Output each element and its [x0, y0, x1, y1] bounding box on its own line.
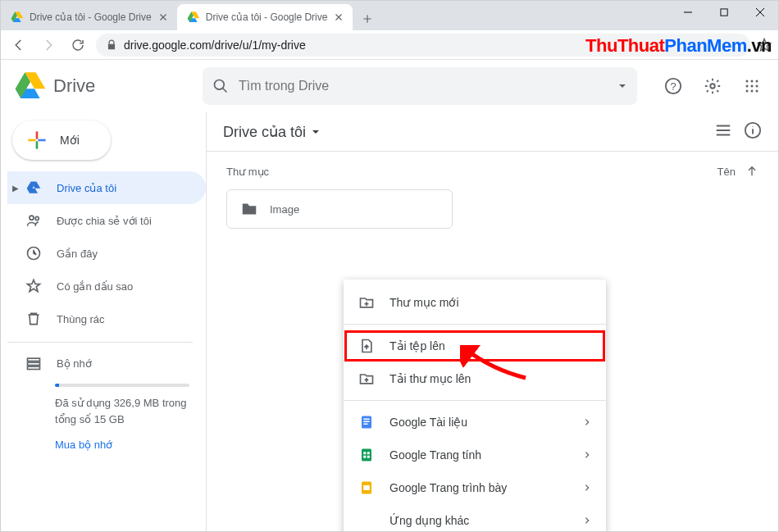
svg-rect-17	[28, 358, 40, 361]
help-button[interactable]: ?	[657, 70, 690, 102]
section-label-row: Thư mục Tên	[207, 152, 778, 183]
svg-point-11	[746, 90, 749, 93]
menu-item-slides[interactable]: Google Trang trình bày	[344, 471, 606, 504]
file-upload-icon	[358, 338, 375, 354]
chevron-right-icon	[583, 451, 591, 459]
menu-label: Google Trang trình bày	[390, 481, 507, 494]
search-input[interactable]	[239, 79, 608, 93]
svg-rect-25	[362, 449, 371, 462]
maximize-button[interactable]	[706, 1, 742, 24]
storage-bar	[55, 384, 189, 387]
svg-rect-0	[720, 8, 727, 15]
svg-point-12	[751, 90, 754, 93]
search-box[interactable]	[203, 67, 637, 105]
settings-button[interactable]	[696, 70, 729, 102]
back-button[interactable]	[7, 34, 30, 57]
window-close-button[interactable]	[742, 1, 778, 24]
my-drive-icon	[25, 180, 42, 196]
reload-button[interactable]	[66, 34, 89, 57]
sidebar-item-my-drive[interactable]: ▶ Drive của tôi	[7, 171, 206, 204]
help-icon: ?	[664, 77, 682, 95]
menu-item-more[interactable]: Ứng dụng khác	[344, 504, 606, 532]
sidebar-item-storage[interactable]: Bộ nhớ	[7, 349, 206, 377]
sheets-icon	[359, 448, 374, 462]
chevron-right-icon	[583, 418, 591, 426]
list-view-icon	[714, 121, 732, 139]
svg-point-5	[746, 80, 749, 83]
minimize-button[interactable]	[670, 1, 706, 24]
folder-card[interactable]: Image	[226, 189, 453, 229]
sidebar-label: Gần đây	[57, 248, 98, 260]
menu-label: Google Trang tính	[390, 448, 481, 462]
folder-name: Image	[270, 203, 299, 216]
menu-label: Tải thư mục lên	[390, 372, 471, 385]
details-button[interactable]	[744, 121, 762, 143]
chevron-down-icon	[311, 127, 321, 137]
trash-icon	[25, 311, 42, 327]
drive-favicon-icon	[11, 11, 24, 24]
svg-point-7	[756, 80, 758, 83]
plus-multicolor-icon	[24, 127, 50, 153]
menu-item-upload-file[interactable]: Tải tệp lên	[344, 330, 606, 362]
svg-point-14	[30, 216, 34, 220]
sort-label[interactable]: Tên	[718, 166, 736, 178]
chevron-right-icon	[583, 516, 591, 525]
menu-separator	[344, 400, 606, 401]
plus-icon	[362, 13, 373, 25]
browser-tab-0[interactable]: Drive của tôi - Google Drive	[1, 4, 177, 30]
list-view-button[interactable]	[714, 121, 732, 143]
browser-tab-1[interactable]: Drive của tôi - Google Drive	[177, 4, 353, 30]
arrow-up-icon[interactable]	[745, 165, 758, 178]
tab-title: Drive của tôi - Google Drive	[30, 11, 152, 23]
drive-logo[interactable]: Drive	[14, 70, 203, 102]
folder-plus-icon	[358, 294, 375, 311]
menu-item-sheets[interactable]: Google Trang tính	[344, 439, 606, 471]
svg-point-10	[756, 85, 758, 88]
context-menu: Thư mục mới Tải tệp lên Tải thư mục lên …	[344, 280, 606, 532]
sidebar-label: Được chia sẻ với tôi	[57, 215, 152, 227]
menu-item-new-folder[interactable]: Thư mục mới	[344, 286, 606, 319]
sidebar-item-recent[interactable]: Gần đây	[7, 237, 206, 270]
svg-rect-19	[28, 366, 40, 369]
apps-button[interactable]	[736, 70, 768, 102]
breadcrumb[interactable]: Drive của tôi	[223, 123, 321, 141]
starred-icon	[25, 278, 42, 294]
menu-label: Tải tệp lên	[390, 339, 445, 352]
sidebar-label: Drive của tôi	[57, 182, 116, 194]
menu-label: Ứng dụng khác	[390, 514, 469, 527]
svg-rect-29	[367, 456, 370, 458]
new-button-label: Mới	[60, 134, 80, 147]
menu-label: Thư mục mới	[390, 296, 459, 309]
menu-item-docs[interactable]: Google Tài liệu	[344, 406, 606, 439]
svg-rect-31	[363, 485, 370, 490]
forward-button[interactable]	[37, 34, 60, 57]
close-icon[interactable]	[157, 11, 169, 23]
close-icon[interactable]	[333, 11, 344, 23]
storage-icon	[25, 355, 42, 371]
svg-point-9	[751, 85, 754, 88]
svg-rect-26	[363, 452, 366, 454]
browser-titlebar: Drive của tôi - Google Drive Drive của t…	[1, 1, 778, 30]
search-icon	[212, 78, 229, 94]
shared-icon	[25, 212, 42, 229]
sidebar-item-starred[interactable]: Có gắn dấu sao	[7, 270, 206, 302]
buy-storage-link[interactable]: Mua bộ nhớ	[7, 439, 206, 451]
search-dropdown-icon[interactable]	[617, 81, 627, 91]
menu-label: Google Tài liệu	[390, 416, 467, 429]
menu-item-upload-folder[interactable]: Tải thư mục lên	[344, 362, 606, 395]
drive-header: Drive ?	[1, 60, 778, 112]
folder-grid: Image	[207, 183, 778, 235]
sidebar-item-trash[interactable]: Thùng rác	[7, 302, 206, 335]
sidebar-item-shared[interactable]: Được chia sẻ với tôi	[7, 204, 206, 237]
storage-usage-text: Đã sử dụng 326,9 MB trong tổng số 15 GB	[55, 395, 189, 427]
new-button[interactable]: Mới	[12, 120, 111, 160]
new-tab-button[interactable]	[356, 7, 379, 30]
svg-rect-23	[363, 421, 370, 423]
svg-rect-28	[363, 456, 366, 458]
url-text: drive.google.com/drive/u/1/my-drive	[124, 39, 306, 52]
tab-title: Drive của tôi - Google Drive	[206, 11, 328, 23]
docs-icon	[359, 415, 374, 430]
chevron-right-icon	[583, 484, 591, 492]
storage-details: Đã sử dụng 326,9 MB trong tổng số 15 GB	[7, 377, 206, 427]
drive-product-name: Drive	[53, 75, 95, 97]
